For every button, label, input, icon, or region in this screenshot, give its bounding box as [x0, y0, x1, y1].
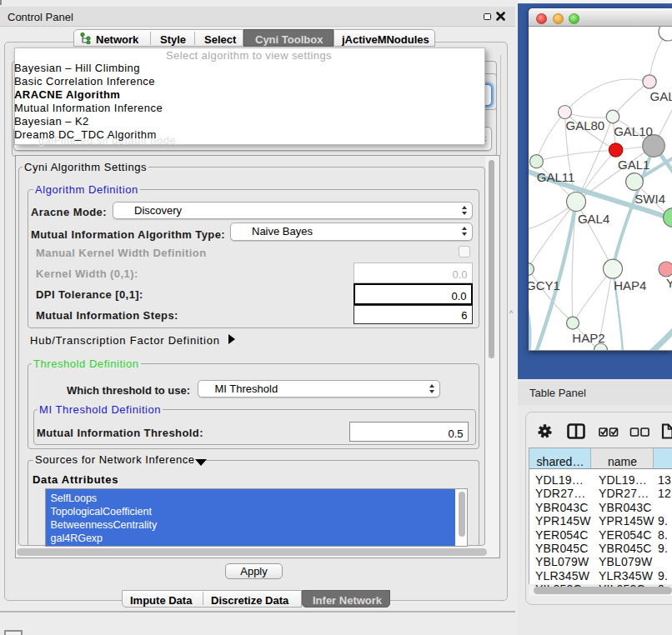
svg-text:GAL4: GAL4: [578, 212, 609, 226]
svg-text:Y: Y: [666, 276, 672, 290]
svg-text:GAL10: GAL10: [614, 124, 653, 138]
svg-text:HAP4: HAP4: [614, 278, 646, 292]
svg-text:GAL11: GAL11: [537, 170, 575, 184]
svg-text:GAL1: GAL1: [618, 158, 649, 172]
svg-text:GAL80: GAL80: [650, 89, 672, 103]
svg-text:SWI4: SWI4: [634, 192, 665, 206]
svg-text:GCY1: GCY1: [529, 278, 560, 292]
svg-text:HAP2: HAP2: [572, 331, 604, 345]
svg-text:GAL80: GAL80: [566, 118, 605, 132]
